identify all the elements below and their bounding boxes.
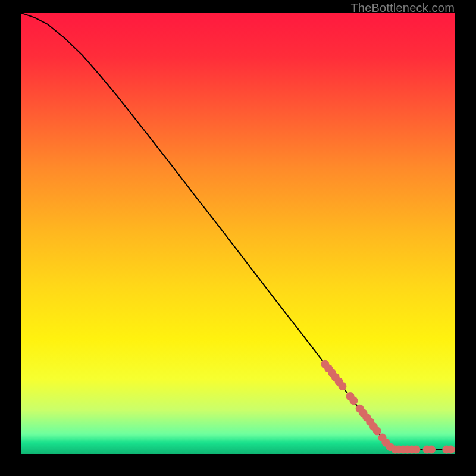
chart-svg (21, 13, 455, 454)
chart-frame (21, 13, 455, 454)
gradient-background (21, 13, 455, 454)
data-point (338, 382, 346, 390)
data-point (447, 446, 455, 454)
data-point (412, 446, 420, 454)
data-point (373, 427, 381, 435)
data-point (349, 396, 358, 405)
data-point (427, 446, 436, 454)
